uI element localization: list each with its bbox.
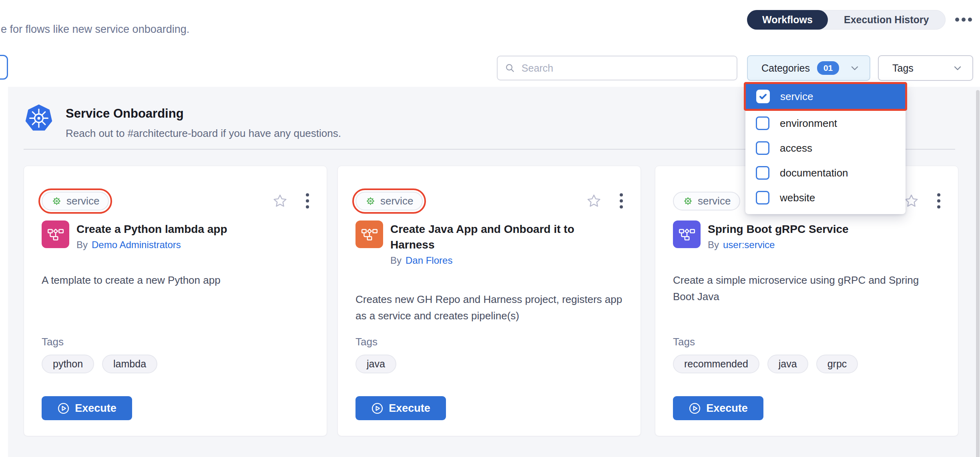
gear-icon bbox=[365, 196, 376, 206]
card-description: Creates new GH Repo and Harness project,… bbox=[355, 291, 623, 324]
card-top-row: service bbox=[355, 188, 625, 214]
tab-workflows[interactable]: Workflows bbox=[747, 10, 828, 30]
play-icon bbox=[689, 402, 701, 415]
chevron-down-icon bbox=[849, 63, 860, 73]
card-description: A template to create a new Python app bbox=[42, 272, 309, 289]
author-link[interactable]: Dan Flores bbox=[406, 255, 452, 266]
execute-button[interactable]: Execute bbox=[42, 396, 132, 420]
card-top-row: service bbox=[42, 188, 311, 214]
tags-section-label: Tags bbox=[355, 336, 378, 348]
card-header: Create Java App and Onboard it to Harnes… bbox=[355, 220, 625, 266]
tags-filter-button[interactable]: Tags bbox=[878, 55, 973, 81]
dropdown-option-access[interactable]: access bbox=[745, 136, 906, 160]
play-icon bbox=[57, 402, 70, 415]
checkbox-icon[interactable] bbox=[756, 141, 769, 155]
card-byline: Byuser:service bbox=[708, 239, 849, 251]
tag-list: java bbox=[355, 355, 396, 373]
card-header: Spring Boot gRPC Service Byuser:service bbox=[673, 220, 942, 251]
annotation-ring: service bbox=[352, 188, 426, 214]
tag-pill: java bbox=[355, 355, 396, 373]
author-link[interactable]: user:service bbox=[723, 239, 775, 250]
card-menu-icon[interactable] bbox=[618, 192, 625, 210]
vertical-scrollbar[interactable] bbox=[976, 90, 980, 457]
card-byline: ByDemo Administrators bbox=[76, 239, 227, 251]
page-header: e for flows like new service onboarding.… bbox=[0, 0, 980, 87]
tag-pill: lambda bbox=[102, 355, 157, 373]
gear-icon bbox=[683, 196, 693, 206]
template-tile-icon bbox=[673, 220, 701, 248]
favorite-star-icon[interactable] bbox=[273, 194, 287, 208]
annotation-ring: service bbox=[38, 188, 112, 214]
category-chip-label: service bbox=[380, 195, 413, 207]
category-chip: service bbox=[673, 192, 740, 210]
tag-pill: java bbox=[767, 355, 808, 373]
checkbox-icon[interactable] bbox=[756, 116, 769, 130]
tag-list: python lambda bbox=[42, 355, 157, 373]
dropdown-option-documentation[interactable]: documentation bbox=[745, 160, 906, 185]
checkbox-icon[interactable] bbox=[756, 166, 769, 180]
tags-section-label: Tags bbox=[42, 336, 64, 348]
search-input[interactable] bbox=[521, 62, 729, 74]
execute-button[interactable]: Execute bbox=[673, 396, 763, 420]
page-subtitle: e for flows like new service onboarding. bbox=[1, 23, 189, 36]
section-subtitle: Reach out to #architecture-board if you … bbox=[66, 127, 341, 140]
checkbox-checked-icon[interactable] bbox=[756, 90, 770, 103]
tag-pill: python bbox=[42, 355, 94, 373]
card-title: Spring Boot gRPC Service bbox=[708, 221, 849, 237]
dropdown-option-service[interactable]: service bbox=[744, 82, 907, 111]
categories-filter-button[interactable]: Categories 01 bbox=[747, 55, 870, 81]
card-menu-icon[interactable] bbox=[936, 192, 942, 210]
card-header: Create a Python lambda app ByDemo Admini… bbox=[42, 220, 311, 251]
template-tile-icon bbox=[42, 220, 69, 248]
favorite-star-icon[interactable] bbox=[904, 194, 919, 208]
tag-pill: recommended bbox=[673, 355, 759, 373]
search-box bbox=[497, 56, 737, 80]
card-title: Create a Python lambda app bbox=[76, 221, 227, 237]
template-card: service Create bbox=[24, 166, 327, 436]
author-link[interactable]: Demo Administrators bbox=[92, 239, 181, 250]
tags-section-label: Tags bbox=[673, 336, 695, 348]
gear-icon bbox=[51, 196, 62, 206]
categories-count-badge: 01 bbox=[817, 61, 839, 75]
partial-outlined-button[interactable] bbox=[0, 55, 8, 80]
card-description: Create a simple microservice using gRPC … bbox=[673, 272, 930, 305]
checkbox-icon[interactable] bbox=[756, 191, 769, 204]
template-card: service Create bbox=[337, 166, 641, 436]
card-menu-icon[interactable] bbox=[304, 192, 311, 210]
workflows-page: e for flows like new service onboarding.… bbox=[0, 0, 980, 457]
categories-label: Categories bbox=[761, 62, 810, 74]
category-chip: service bbox=[355, 192, 423, 210]
category-chip-label: service bbox=[66, 195, 99, 207]
tab-execution-history[interactable]: Execution History bbox=[828, 14, 945, 26]
execute-button[interactable]: Execute bbox=[355, 396, 446, 420]
card-byline: ByDan Flores bbox=[390, 255, 615, 266]
section-title: Service Onboarding bbox=[66, 106, 184, 121]
category-chip-label: service bbox=[698, 195, 731, 207]
tags-label: Tags bbox=[892, 62, 914, 74]
play-icon bbox=[371, 402, 384, 415]
more-options-icon[interactable] bbox=[955, 18, 972, 22]
left-gutter bbox=[0, 87, 8, 457]
categories-dropdown: service environment access documentation… bbox=[745, 84, 906, 214]
category-chip: service bbox=[42, 192, 109, 210]
dropdown-option-website[interactable]: website bbox=[745, 185, 906, 210]
card-title: Create Java App and Onboard it to Harnes… bbox=[390, 221, 615, 253]
tag-list: recommended java grpc bbox=[673, 355, 858, 373]
view-tabs: Workflows Execution History bbox=[747, 10, 946, 30]
search-icon bbox=[505, 62, 515, 74]
tag-pill: grpc bbox=[816, 355, 858, 373]
kubernetes-icon bbox=[25, 103, 53, 132]
favorite-star-icon[interactable] bbox=[586, 194, 601, 208]
dropdown-option-environment[interactable]: environment bbox=[745, 111, 906, 136]
template-tile-icon bbox=[355, 220, 383, 248]
chevron-down-icon bbox=[952, 63, 963, 73]
